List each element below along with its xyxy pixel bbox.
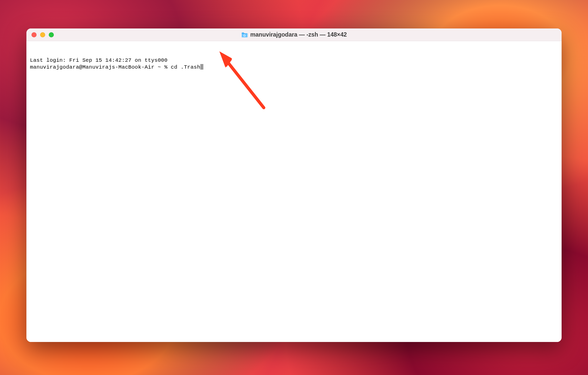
last-login-line: Last login: Fri Sep 15 14:42:27 on ttys0… bbox=[30, 57, 558, 64]
window-title-container: manuvirajgodara — -zsh — 148×42 bbox=[26, 31, 562, 38]
prompt: manuvirajgodara@Manuvirajs-MacBook-Air ~… bbox=[30, 64, 171, 70]
minimize-icon[interactable] bbox=[40, 32, 45, 37]
terminal-window: manuvirajgodara — -zsh — 148×42 Last log… bbox=[26, 28, 562, 342]
terminal-body[interactable]: Last login: Fri Sep 15 14:42:27 on ttys0… bbox=[26, 41, 562, 342]
folder-icon bbox=[241, 32, 248, 38]
window-title: manuvirajgodara — -zsh — 148×42 bbox=[250, 31, 347, 38]
maximize-icon[interactable] bbox=[49, 32, 54, 37]
cursor bbox=[200, 64, 203, 70]
prompt-line: manuvirajgodara@Manuvirajs-MacBook-Air ~… bbox=[30, 64, 558, 71]
command-input[interactable]: cd .Trash bbox=[171, 64, 200, 70]
svg-point-0 bbox=[244, 35, 245, 36]
traffic-lights bbox=[26, 32, 54, 37]
close-icon[interactable] bbox=[31, 32, 37, 37]
title-bar: manuvirajgodara — -zsh — 148×42 bbox=[26, 28, 562, 41]
